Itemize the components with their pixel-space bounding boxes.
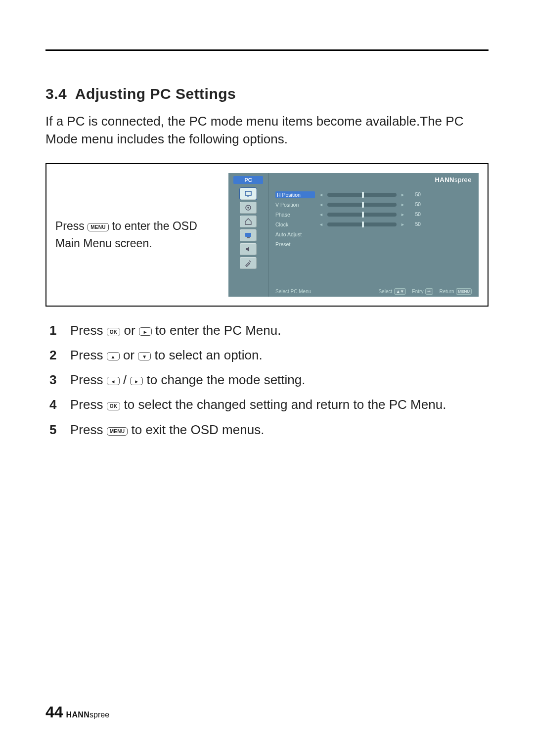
osd-row: V Position◄►50 bbox=[275, 200, 472, 210]
house-icon bbox=[240, 216, 257, 227]
osd-row: Preset bbox=[275, 239, 472, 249]
right-tri-icon: ► bbox=[400, 212, 405, 217]
step-body: Press OK or ► to enter the PC Menu. bbox=[70, 319, 489, 341]
osd-footer-select-label: Select bbox=[378, 289, 392, 294]
figure-press-word: Press bbox=[55, 220, 85, 232]
footer-brand: HANNspree bbox=[66, 710, 109, 720]
osd-row: Auto Adjust bbox=[275, 229, 472, 239]
osd-footer-return: Return MENU bbox=[439, 288, 472, 295]
svg-rect-1 bbox=[247, 196, 249, 197]
osd-slider bbox=[327, 203, 397, 207]
osd-row-label: V Position bbox=[275, 202, 315, 208]
menu-key-icon: MENU bbox=[107, 427, 128, 436]
pc-icon bbox=[240, 188, 257, 200]
osd-footer: Select PC Menu Select ▲▼ Entry ⮕ Return … bbox=[275, 285, 472, 295]
osd-row-label: Clock bbox=[275, 222, 315, 227]
left-arrow-key-icon: ◄ bbox=[107, 377, 120, 385]
osd-row: Phase◄►50 bbox=[275, 210, 472, 220]
section-intro: If a PC is connected, the PC mode menu i… bbox=[45, 112, 489, 148]
target-icon bbox=[240, 202, 257, 214]
osd-slider bbox=[327, 213, 397, 217]
osd-footer-entry-label: Entry bbox=[412, 289, 423, 294]
footer-brand-light: spree bbox=[89, 711, 109, 719]
osd-brand: HANNspree bbox=[435, 176, 472, 183]
osd-row-label: Phase bbox=[275, 212, 315, 218]
step-item: 2Press ▲ or ▼ to select an option. bbox=[49, 344, 489, 366]
left-tri-icon: ◄ bbox=[319, 192, 323, 197]
step-body: Press ▲ or ▼ to select an option. bbox=[70, 344, 489, 366]
osd-row-label: Preset bbox=[275, 241, 315, 247]
section-title: 3.4 Adjusting PC Settings bbox=[45, 86, 489, 102]
left-tri-icon: ◄ bbox=[319, 202, 323, 207]
monitor-icon bbox=[240, 229, 257, 241]
osd-footer-select: Select ▲▼ bbox=[378, 288, 406, 295]
down-arrow-key-icon: ▼ bbox=[138, 352, 151, 360]
right-tri-icon: ► bbox=[400, 222, 405, 227]
up-arrow-key-icon: ▲ bbox=[107, 352, 120, 360]
steps-list: 1Press OK or ► to enter the PC Menu.2Pre… bbox=[49, 319, 489, 441]
step-item: 3Press ◄ / ► to change the mode setting. bbox=[49, 369, 489, 391]
section-name: Adjusting PC Settings bbox=[75, 86, 236, 102]
ok-key-icon: OK bbox=[107, 328, 121, 336]
tools-icon bbox=[240, 257, 257, 269]
osd-rows: H Position◄►50V Position◄►50Phase◄►50Clo… bbox=[275, 190, 472, 249]
osd-row-label: H Position bbox=[275, 191, 315, 198]
osd-value: 50 bbox=[409, 222, 421, 227]
step-number: 1 bbox=[49, 319, 61, 341]
osd-footer-return-label: Return bbox=[439, 289, 454, 294]
svg-point-3 bbox=[247, 207, 249, 209]
page-footer: 44 HANNspree bbox=[45, 703, 109, 721]
updown-icon: ▲▼ bbox=[394, 288, 406, 295]
step-item: 5Press MENU to exit the OSD menus. bbox=[49, 419, 489, 441]
right-tri-icon: ► bbox=[400, 202, 405, 207]
right-arrow-key-icon: ► bbox=[130, 377, 143, 385]
osd-screenshot: PC HANNspree H Position◄►50V Position◄►5… bbox=[228, 173, 479, 297]
osd-row-label: Auto Adjust bbox=[275, 231, 315, 237]
osd-brand-bold: HANN bbox=[435, 176, 454, 183]
step-body: Press ◄ / ► to change the mode setting. bbox=[70, 369, 489, 391]
step-number: 4 bbox=[49, 394, 61, 415]
menu-key-icon: MENU bbox=[88, 223, 109, 231]
manual-page: 3.4 Adjusting PC Settings If a PC is con… bbox=[0, 0, 534, 756]
svg-rect-0 bbox=[245, 191, 251, 195]
section-number: 3.4 bbox=[45, 86, 67, 102]
step-number: 2 bbox=[49, 344, 61, 366]
figure-box: Press MENU to enter the OSD Main Menu sc… bbox=[45, 163, 489, 307]
left-tri-icon: ◄ bbox=[319, 212, 323, 217]
osd-main: HANNspree H Position◄►50V Position◄►50Ph… bbox=[268, 173, 479, 297]
right-tri-icon: ► bbox=[400, 192, 405, 197]
osd-sidebar: PC bbox=[228, 173, 268, 297]
menu-chip-icon: MENU bbox=[456, 288, 472, 295]
osd-brand-light: spree bbox=[454, 176, 472, 183]
step-number: 5 bbox=[49, 419, 61, 441]
step-item: 4Press OK to select the changed setting … bbox=[49, 394, 489, 415]
svg-rect-4 bbox=[245, 233, 251, 237]
page-number: 44 bbox=[45, 703, 63, 721]
osd-footer-left: Select PC Menu bbox=[275, 289, 311, 294]
step-body: Press MENU to exit the OSD menus. bbox=[70, 419, 489, 441]
ok-key-icon: OK bbox=[107, 402, 121, 410]
footer-brand-bold: HANN bbox=[66, 711, 89, 719]
left-tri-icon: ◄ bbox=[319, 222, 323, 227]
top-rule bbox=[45, 49, 489, 51]
step-number: 3 bbox=[49, 369, 61, 391]
svg-rect-5 bbox=[247, 237, 250, 238]
osd-value: 50 bbox=[409, 192, 421, 197]
figure-caption: Press MENU to enter the OSD Main Menu sc… bbox=[55, 218, 219, 252]
speaker-icon bbox=[240, 243, 257, 255]
enter-icon: ⮕ bbox=[425, 288, 433, 295]
osd-slider bbox=[327, 193, 397, 197]
osd-slider bbox=[327, 222, 397, 226]
osd-footer-entry: Entry ⮕ bbox=[412, 288, 433, 295]
osd-value: 50 bbox=[409, 202, 421, 207]
step-item: 1Press OK or ► to enter the PC Menu. bbox=[49, 319, 489, 341]
osd-value: 50 bbox=[409, 212, 421, 217]
step-body: Press OK to select the changed setting a… bbox=[70, 394, 489, 415]
osd-row: Clock◄►50 bbox=[275, 220, 472, 229]
right-arrow-key-icon: ► bbox=[139, 327, 152, 336]
osd-tab-title: PC bbox=[233, 176, 263, 184]
osd-row: H Position◄►50 bbox=[275, 190, 472, 200]
